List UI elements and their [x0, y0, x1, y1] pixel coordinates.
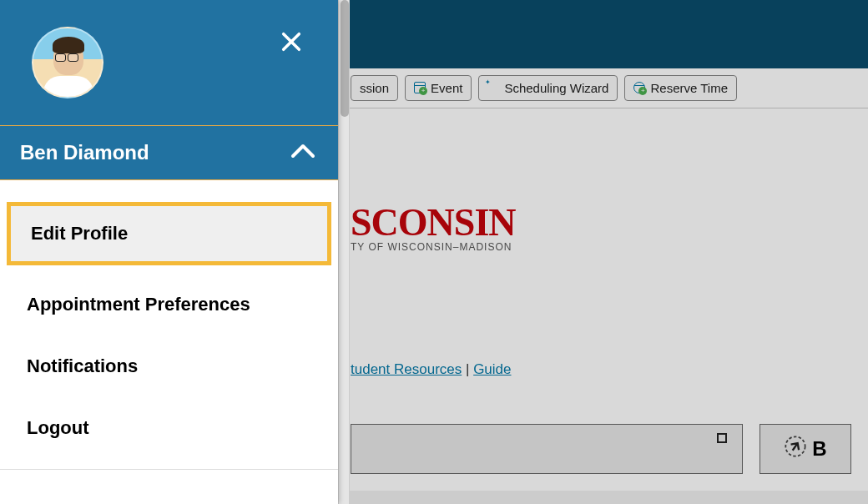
sidebar-header	[0, 0, 338, 125]
close-button[interactable]	[280, 30, 303, 53]
avatar[interactable]	[32, 27, 103, 98]
menu-divider	[0, 469, 338, 470]
menu-edit-profile[interactable]: Edit Profile	[7, 202, 331, 265]
menu-label: Appointment Preferences	[27, 294, 250, 315]
menu-notifications[interactable]: Notifications	[0, 335, 338, 397]
user-name-toggle[interactable]: Ben Diamond	[0, 125, 338, 180]
menu-appointment-preferences[interactable]: Appointment Preferences	[0, 274, 338, 335]
menu-logout[interactable]: Logout	[0, 397, 338, 459]
menu-label: Logout	[27, 417, 89, 438]
menu-label: Notifications	[27, 355, 138, 376]
profile-sidebar: Ben Diamond Edit Profile Appointment Pre…	[0, 0, 338, 504]
scrollbar-thumb[interactable]	[341, 0, 349, 117]
profile-menu: Edit Profile Appointment Preferences Not…	[0, 180, 338, 504]
user-name: Ben Diamond	[20, 141, 149, 164]
chevron-up-icon	[288, 141, 318, 164]
menu-label: Edit Profile	[31, 223, 128, 244]
modal-overlay[interactable]	[338, 0, 868, 504]
scrollbar[interactable]	[338, 0, 350, 504]
